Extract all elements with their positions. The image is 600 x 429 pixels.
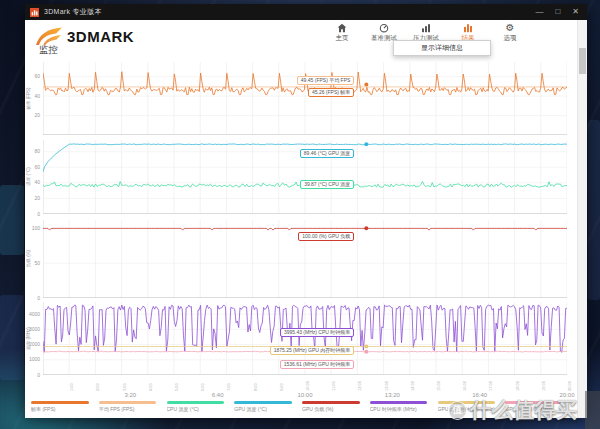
legend-item-4[interactable]: GPU 负载 (%) <box>302 401 370 412</box>
y-tick-label: 40 <box>25 94 40 99</box>
x-minor-tick-label: 7:00 <box>226 383 231 391</box>
legend-label: 平均 FPS (FPS) <box>99 406 162 412</box>
legend-item-7[interactable]: GPU 时钟频率 (MHz) <box>505 401 573 412</box>
y-tick-label: 2000 <box>25 342 40 347</box>
y-tick-label: 40 <box>25 180 40 185</box>
legend-item-5[interactable]: CPU 时钟频率 (MHz) <box>370 401 438 412</box>
y-axis-label: 频率 (MHz) <box>26 318 31 358</box>
y-tick-label: 60 <box>25 74 40 79</box>
y-tick-label: 3000 <box>25 327 40 332</box>
legend-swatch <box>31 401 89 404</box>
x-minor-tick-label: 6:00 <box>200 383 205 391</box>
cursor-tooltip: 100.00 (%) GPU 负载 <box>298 232 354 241</box>
chart-panel-3[interactable]: 频率 (MHz)010002000300040003995.43 (MHz) C… <box>25 302 577 375</box>
x-major-tick-label: 3:20 <box>118 392 142 398</box>
legend-item-1[interactable]: 平均 FPS (FPS) <box>99 401 167 412</box>
x-minor-tick-label: 19:00 <box>541 381 546 391</box>
plot-area[interactable] <box>43 62 567 135</box>
y-tick-label: 20 <box>25 196 40 201</box>
cursor-tooltip: 3995.43 (MHz) CPU 时钟频率 <box>280 328 354 337</box>
x-minor-tick-label: 3:00 <box>122 383 127 391</box>
legend-item-3[interactable]: GPU 温度 (°C) <box>234 401 302 412</box>
chart-legend: 帧率 (FPS)平均 FPS (FPS)CPU 温度 (°C)GPU 温度 (°… <box>31 401 573 412</box>
x-minor-tick-label: 16:00 <box>462 381 467 391</box>
legend-swatch <box>167 401 225 404</box>
legend-item-2[interactable]: CPU 温度 (°C) <box>167 401 235 412</box>
x-minor-tick-label: 10:00 <box>305 381 310 391</box>
x-minor-tick-label: 5:00 <box>174 383 179 391</box>
cursor-dot <box>364 350 368 354</box>
cursor-tooltip: 1875.25 (MHz) GPU 内存时钟频率 <box>270 346 355 355</box>
x-axis-minor-labels: 1:002:003:004:005:006:007:008:009:0010:0… <box>43 376 567 392</box>
y-tick-label: 4000 <box>25 312 40 317</box>
x-major-tick-label: 13:20 <box>380 392 404 398</box>
show-details-menu-item[interactable]: 显示详细信息 <box>393 40 491 56</box>
x-minor-tick-label: 18:00 <box>515 381 520 391</box>
chart-panel-2[interactable]: 负载 (%)050100100.00 (%) GPU 负载 <box>25 220 577 298</box>
x-minor-tick-label: 17:00 <box>488 381 493 391</box>
legend-swatch <box>438 401 496 404</box>
x-minor-tick-label: 8:00 <box>253 383 258 391</box>
y-tick-label: 50 <box>25 261 40 266</box>
y-tick-label: 0 <box>25 373 40 378</box>
y-axis-label: 温度 (°C) <box>26 157 31 197</box>
cursor-tooltip: 39.87 (°C) CPU 温度 <box>300 180 354 189</box>
legend-label: CPU 时钟频率 (MHz) <box>370 406 433 412</box>
wallpaper-fragment <box>588 120 600 300</box>
legend-label: GPU 内存时钟频率 (MHz) <box>438 406 501 412</box>
legend-item-0[interactable]: 帧率 (FPS) <box>31 401 99 412</box>
y-tick-label: 100 <box>25 226 40 231</box>
x-minor-tick-label: 1:00 <box>69 383 74 391</box>
legend-label: GPU 时钟频率 (MHz) <box>505 406 568 412</box>
legend-label: 帧率 (FPS) <box>31 406 94 412</box>
y-tick-label: 80 <box>25 149 40 154</box>
x-minor-tick-label: 13:00 <box>384 381 389 391</box>
x-major-tick-label: 20:00 <box>555 392 579 398</box>
legend-label: GPU 负载 (%) <box>302 406 365 412</box>
cursor-dot <box>364 226 368 230</box>
x-axis-major-labels: 3:206:4010:0013:2016:4020:00 <box>43 392 567 400</box>
y-tick-label: 60 <box>25 165 40 170</box>
legend-swatch <box>302 401 360 404</box>
x-major-tick-label: 16:40 <box>468 392 492 398</box>
wallpaper-fragment <box>0 185 24 255</box>
chart-panel-1[interactable]: 温度 (°C)02040608039.87 (°C) CPU 温度89.46 (… <box>25 140 577 214</box>
legend-swatch <box>99 401 157 404</box>
x-minor-tick-label: 2:00 <box>95 383 100 391</box>
x-minor-tick-label: 14:00 <box>410 381 415 391</box>
app-window: 3DMark 专业版本 — □ ✕ 3DMARK 主页 <box>25 4 587 418</box>
cursor-tooltip: 49.45 (FPS) 平均 FPS <box>297 76 354 85</box>
cursor-dot <box>364 344 368 348</box>
legend-item-6[interactable]: GPU 内存时钟频率 (MHz) <box>438 401 506 412</box>
cursor-dot <box>364 142 368 146</box>
x-minor-tick-label: 9:00 <box>279 383 284 391</box>
legend-swatch <box>505 401 563 404</box>
scrollbar-track[interactable] <box>577 20 587 418</box>
y-axis-label: 负载 (%) <box>26 239 31 279</box>
legend-label: CPU 温度 (°C) <box>167 406 230 412</box>
watermark-block <box>585 391 600 429</box>
x-major-tick-label: 6:40 <box>206 392 230 398</box>
scrollbar-thumb[interactable] <box>579 48 586 74</box>
wallpaper-fragment <box>0 295 24 380</box>
monitor-charts: 1:002:003:004:005:006:007:008:009:0010:0… <box>25 4 587 418</box>
chart-panel-0[interactable]: 帧率 (FPS)20406049.45 (FPS) 平均 FPS45.26 (F… <box>25 62 577 135</box>
x-major-tick-label: 10:00 <box>293 392 317 398</box>
legend-label: GPU 温度 (°C) <box>234 406 297 412</box>
cursor-tooltip: 45.26 (FPS) 帧率 <box>308 88 354 97</box>
x-minor-tick-label: 12:00 <box>357 381 362 391</box>
y-tick-label: 0 <box>25 212 40 217</box>
y-tick-label: 1000 <box>25 357 40 362</box>
x-minor-tick-label: 4:00 <box>148 383 153 391</box>
x-minor-tick-label: 20:00 <box>567 381 572 391</box>
legend-swatch <box>234 401 292 404</box>
x-minor-tick-label: 11:00 <box>331 381 336 391</box>
cursor-tooltip: 1536.61 (MHz) GPU 时钟频率 <box>280 360 355 369</box>
cursor-dot <box>364 82 368 86</box>
legend-swatch <box>370 401 428 404</box>
y-tick-label: 20 <box>25 113 40 118</box>
cursor-tooltip: 89.46 (°C) GPU 温度 <box>300 149 354 158</box>
y-tick-label: 0 <box>25 296 40 301</box>
x-minor-tick-label: 15:00 <box>436 381 441 391</box>
